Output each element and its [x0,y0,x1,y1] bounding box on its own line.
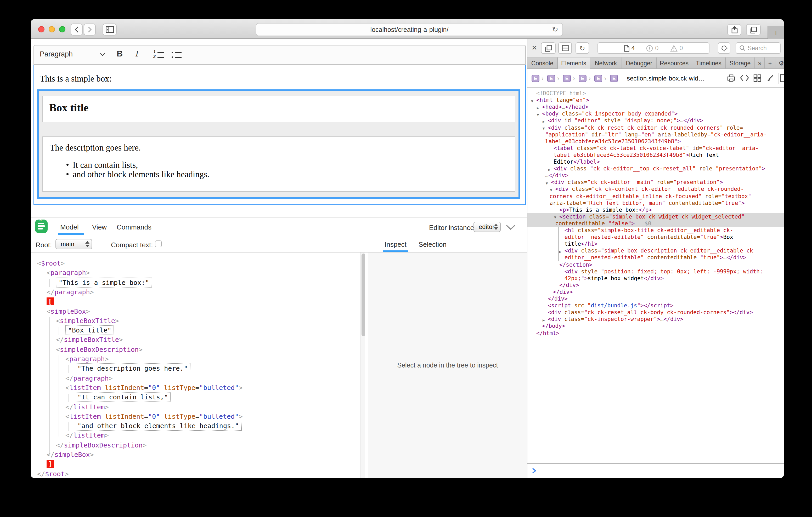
scrollbar-thumb[interactable] [361,253,365,336]
quick-console[interactable] [527,463,784,478]
more-tabs-button[interactable]: » [755,58,765,69]
new-tab-button[interactable]: + [767,26,784,39]
intro-paragraph[interactable]: This is a simple box: [40,74,112,84]
chevron-down-icon[interactable] [100,53,105,57]
show-source-icon[interactable] [740,74,749,82]
tree-row[interactable]: ▼<html lang="en"> [527,97,784,103]
tree-row[interactable]: </simpleBox> [31,450,360,460]
back-button[interactable] [70,24,83,35]
bold-button[interactable]: B [117,49,123,59]
collapse-inspector-icon[interactable] [506,225,515,230]
tree-row[interactable]: </div> [527,295,784,302]
tree-row[interactable]: [ [31,297,360,307]
tab-resources[interactable]: Resources [657,58,692,69]
list-item[interactable]: and other block elements like headings. [73,170,209,179]
tree-row[interactable]: <label class="ck ck-label ck-voice-label… [527,145,784,152]
tab-network[interactable]: Network [590,58,622,69]
element-crumb-icon[interactable]: E [531,75,540,82]
tree-row[interactable]: </div> [527,288,784,295]
tree-row[interactable]: <listItem listIndent="0" listType="bulle… [31,412,360,422]
element-crumb-icon[interactable]: E [579,75,586,82]
share-button[interactable] [727,24,742,35]
zoom-window-button[interactable] [59,26,65,32]
tree-row[interactable]: corners ck-editor__editable_inline ck-fo… [527,193,784,200]
reload-page-button[interactable]: ↻ [576,42,589,54]
tab-console[interactable]: Console [527,58,558,69]
print-icon[interactable] [727,74,735,82]
tree-row[interactable]: </section> [527,261,784,268]
selected-node-label[interactable]: section.simple-box.ck-wid… [627,75,704,82]
tree-row[interactable]: </listItem> [31,402,360,412]
tree-row[interactable]: </body> [527,323,784,330]
devtools-search-field[interactable]: Search [735,42,781,54]
tree-row[interactable]: ▶<div class="simple-box-description ck-e… [527,247,784,254]
tree-row[interactable]: <$root> [31,259,360,268]
tree-row[interactable]: </html> [527,330,784,336]
box-title-heading[interactable]: Box title [49,101,515,115]
tree-row[interactable]: ] [31,460,360,469]
element-picker-button[interactable] [718,42,730,54]
element-crumb-icon[interactable]: E [563,75,571,82]
reload-icon[interactable]: ↻ [552,25,558,33]
details-sidebar-icon[interactable] [780,74,784,82]
add-tab-button[interactable]: + [765,58,775,69]
tree-row[interactable]: 42px;">simple box widget</div> [527,275,784,281]
editor-editable-area[interactable]: This is a simple box: Box title The desc… [33,65,526,205]
tree-row[interactable]: Editor</label> [527,158,784,165]
tree-row[interactable]: </listItem> [31,431,360,441]
tab-timelines[interactable]: Timelines [692,58,726,69]
tree-row[interactable]: ▼<div class="ck ck-editor__main" role="p… [527,179,784,186]
tree-row[interactable]: <h1 class="simple-box-title ck-editor__e… [527,227,784,234]
tree-scrollbar[interactable] [360,252,365,478]
tree-row[interactable]: ▼<body class="ck-inspector-body-expanded… [527,111,784,117]
tree-row[interactable]: …</div> [527,172,784,179]
close-devtools-button[interactable]: ✕ [531,44,537,52]
tab-commands[interactable]: Commands [117,223,151,231]
element-crumb-icon[interactable]: E [610,75,618,82]
tree-row[interactable]: </$root> [31,469,360,478]
tree-row[interactable]: ▼<div class="ck ck-content ck-editor__ed… [527,186,784,193]
tree-row[interactable]: <simpleBox> [31,307,360,316]
tree-row[interactable]: <simpleBoxDescription> [31,345,360,355]
italic-button[interactable]: I [136,49,138,59]
tree-row[interactable]: editor__nested-editable" contenteditable… [527,254,784,261]
tab-debugger[interactable]: Debugger [622,58,657,69]
tab-storage[interactable]: Storage [726,58,755,69]
tab-selection[interactable]: Selection [418,240,446,248]
tree-row[interactable]: ▶<div class="ck-inspector-wrapper">…</di… [527,316,784,323]
settings-tab-button[interactable]: ⚙ [775,58,784,69]
tree-row[interactable]: <div style="position: fixed; top: 0px; l… [527,268,784,275]
tree-row[interactable]: "Box title" [31,326,360,335]
compact-text-checkbox[interactable] [155,240,162,247]
element-crumb-icon[interactable]: E [594,75,602,82]
tree-row[interactable]: ▼<div class="ck ck-reset ck-editor ck-ro… [527,124,784,131]
tree-row[interactable]: "This is a simple box:" [31,278,360,287]
tree-row[interactable]: ▶<head>…</head> [527,103,784,110]
list-item[interactable]: It can contain lists, [73,160,138,170]
tree-row[interactable]: <paragraph> [31,268,360,278]
bulleted-list-button[interactable] [171,51,182,60]
tree-row[interactable]: "application" dir="ltr" lang="en" aria-l… [527,131,784,138]
tree-row[interactable]: <listItem listIndent="0" listType="bulle… [31,383,360,393]
resource-summary-button[interactable]: 4 0 0 [598,42,709,54]
tree-row[interactable]: </paragraph> [31,287,360,297]
dock-side-button[interactable] [541,42,556,54]
grid-overlay-icon[interactable] [753,74,761,82]
tree-row[interactable]: <div class="ck ck-reset_all ck-body ck-r… [527,309,784,316]
minimize-window-button[interactable] [49,26,55,32]
simple-box-title-field[interactable]: Box title [42,96,515,122]
show-tabs-button[interactable] [746,24,761,35]
tab-elements[interactable]: Elements [558,58,590,69]
tree-row[interactable]: label_e63cbbfece34c53ce23501062343f49b8"… [527,138,784,145]
sidebar-button[interactable] [103,24,117,35]
tree-row[interactable]: </div> [527,282,784,288]
tree-row[interactable]: <script src="dist/bundle.js"></script> [527,302,784,309]
tree-row[interactable]: contenteditable="false"> = $0 [527,220,784,227]
tree-row[interactable]: label_e63cbbfece34c53ce23501062343f49b8"… [527,152,784,158]
tree-row[interactable]: "It can contain lists," [31,393,360,402]
tab-view[interactable]: View [92,223,107,231]
tree-row[interactable]: ▶<div class="ck ck-editor__top ck-reset_… [527,165,784,172]
tab-model[interactable]: Model [60,223,79,231]
description-paragraph[interactable]: The description goes here. [50,143,141,153]
tree-row[interactable]: <simpleBoxTitle> [31,316,360,326]
